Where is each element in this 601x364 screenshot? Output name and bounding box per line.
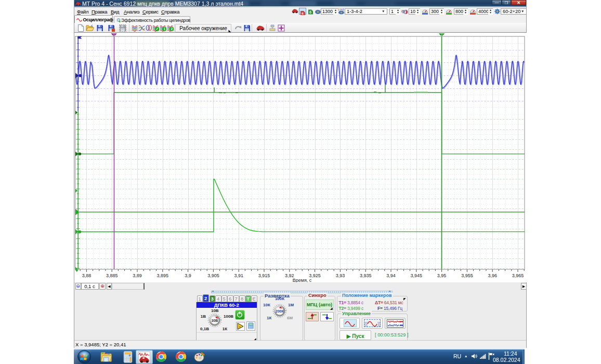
svg-text:3,96: 3,96 — [488, 273, 497, 278]
svg-text:3,95: 3,95 — [437, 273, 447, 278]
svg-text:3,885: 3,885 — [106, 273, 118, 278]
svg-text:3,965: 3,965 — [512, 273, 524, 278]
svg-text:3,895: 3,895 — [157, 273, 169, 278]
svg-text:2: 2 — [171, 27, 173, 31]
svg-text:2: 2 — [343, 8, 344, 11]
svg-text:3,945: 3,945 — [411, 273, 423, 278]
svg-text:3,88: 3,88 — [82, 273, 92, 278]
svg-text:3,89: 3,89 — [133, 273, 142, 278]
svg-text:3,935: 3,935 — [360, 273, 372, 278]
svg-text:3,94: 3,94 — [386, 273, 396, 278]
svg-text:3,93: 3,93 — [336, 273, 345, 278]
svg-text:1: 1 — [163, 27, 165, 31]
svg-text:Время, с: Время, с — [293, 278, 312, 283]
svg-text:200К: 200К — [276, 309, 284, 313]
svg-text:3,955: 3,955 — [461, 273, 473, 278]
svg-text:3,905: 3,905 — [207, 273, 219, 278]
svg-text:{{: {{ — [364, 321, 368, 327]
svg-text:1: 1 — [113, 33, 115, 36]
svg-text:3,9: 3,9 — [185, 273, 191, 278]
svg-text:2: 2 — [441, 33, 442, 36]
svg-text:}}: }} — [377, 321, 380, 327]
svg-text:3,91: 3,91 — [234, 273, 243, 278]
svg-text:3,915: 3,915 — [258, 273, 270, 278]
svg-text:30В: 30В — [212, 319, 218, 322]
svg-text:б: б — [309, 10, 311, 14]
svg-text:✓: ✓ — [156, 27, 159, 31]
